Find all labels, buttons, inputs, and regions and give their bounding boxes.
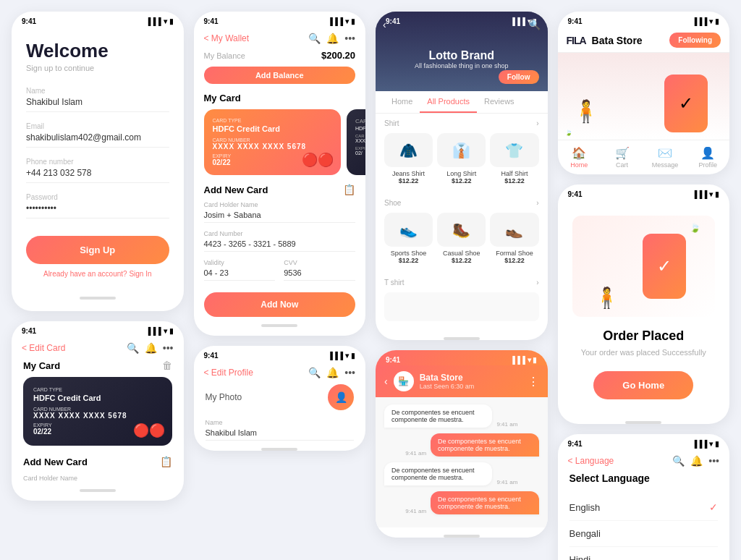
shirt-more-icon[interactable]: › [536,119,538,127]
tshirt-more-icon[interactable]: › [536,279,538,287]
nav-home[interactable]: 🏠 Home [558,146,601,169]
language-english[interactable]: English ✓ [569,494,719,521]
chat-last-seen: Last Seen 6:30 am [420,383,522,390]
wallet-bell-icon[interactable]: 🔔 [326,33,339,44]
shoe-more-icon[interactable]: › [536,199,538,207]
language-bengali[interactable]: Bengali [569,521,719,547]
password-value[interactable]: •••••••••• [26,203,169,219]
cvv-value[interactable]: 9536 [284,268,355,281]
product-half-shirt[interactable]: 👕 Half Shirt $12.22 [490,133,538,184]
card-number: XXXX XXXX XXXX 5678 [213,143,333,150]
fila-logo: FILA [567,35,586,46]
edit-profile-menu-icon[interactable]: ••• [344,367,355,378]
shirt-products-row: 🧥 Jeans Shirt $12.22 👔 Long Shirt $12.22… [384,133,539,184]
wallet-menu-icon[interactable]: ••• [344,33,355,44]
screen-bata-store: 9:41 ▐▐▐ ▾ ▮ FILA Bata Store Following ✓… [558,12,730,174]
store-search-icon[interactable]: 🔍 [528,19,541,30]
language-hindi[interactable]: Hindi [569,547,719,560]
secondary-card: CAR HDF CAR XXX EXPI 02/ [347,109,365,175]
add-card-icon-3[interactable]: 📋 [160,456,172,467]
following-button[interactable]: Following [669,33,721,48]
phone-value[interactable]: +44 213 032 578 [26,168,169,183]
store-back-icon[interactable]: ‹ [383,19,386,30]
go-home-button[interactable]: Go Home [593,371,693,399]
tab-home[interactable]: Home [384,91,420,113]
signal-icon-2: ▐▐▐ [328,17,343,25]
delete-card-icon[interactable]: 🗑 [162,360,172,371]
menu-icon-3[interactable]: ••• [163,342,174,354]
time-1: 9:41 [22,17,36,25]
holder-name-value[interactable]: Josim + Sabana [204,211,356,223]
name-edit-label: Name [206,419,355,426]
email-value[interactable]: shakibulislam402@gmail.com [26,132,169,148]
msg-bubble-1: De componentes se encuent componente de … [384,404,492,428]
validity-value[interactable]: 04 - 23 [204,268,276,281]
product-casual-shoe[interactable]: 🥾 Casual Shoe $12.22 [437,213,486,264]
time-5: 9:41 [568,17,583,25]
time-3: 9:41 [22,327,36,335]
profile-avatar[interactable]: 👤 [328,384,354,410]
cvv-label: CVV [284,259,355,266]
card-number-field: Card Number 4423 - 3265 - 3321 - 5889 [204,230,356,252]
tab-reviews[interactable]: Reviews [477,91,522,113]
language-body: Select Language English ✓ Bengali Hindi [558,472,730,560]
language-bell-icon[interactable]: 🔔 [690,455,703,467]
follow-button[interactable]: Follow [499,70,539,84]
products-scroll[interactable]: Shirt › 🧥 Jeans Shirt $12.22 👔 Long Shir… [376,114,548,330]
validity-label: Validity [204,259,276,266]
product-sports-shoe[interactable]: 👟 Sports Shoe $12.22 [384,213,433,264]
name-edit-value[interactable]: Shakibul Islam [206,428,355,441]
name-value[interactable]: Shakibul Islam [26,97,169,112]
shoe-products-row: 👟 Sports Shoe $12.22 🥾 Casual Shoe $12.2… [384,213,539,264]
chat-menu-icon[interactable]: ⋮ [528,375,539,389]
name-edit-field: Name Shakibul Islam [206,419,355,441]
msg-time-3: 9:41 am [496,479,517,485]
status-icons-3: ▐▐▐ ▾ ▮ [145,327,173,335]
product-long-shirt[interactable]: 👔 Long Shirt $12.22 [437,133,486,184]
tab-all-products[interactable]: All Products [420,91,477,113]
holder-field-3: Card Holder Name [23,475,172,482]
edit-profile-back[interactable]: < Edit Profile [204,368,253,378]
nav-profile[interactable]: 👤 Profile [687,146,729,169]
signin-link[interactable]: Sign In [129,270,151,278]
language-search-icon[interactable]: 🔍 [672,455,685,467]
product-formal-shoe[interactable]: 👞 Formal Shoe $12.22 [490,213,538,264]
nav-cart[interactable]: 🛒 Cart [601,146,643,169]
language-back-btn[interactable]: < Language [568,456,614,466]
wallet-search-icon[interactable]: 🔍 [308,33,321,44]
message-1: De componentes se encuent componente de … [384,404,539,428]
add-now-button[interactable]: Add Now [204,292,356,317]
language-menu-icon[interactable]: ••• [708,455,719,467]
edit-profile-search-icon[interactable]: 🔍 [308,367,321,378]
product-jeans-shirt[interactable]: 🧥 Jeans Shirt $12.22 [384,133,433,184]
home-indicator-6 [625,421,661,424]
name-field: Name Shakibul Islam [26,87,169,112]
card-number-input-value[interactable]: 4423 - 3265 - 3321 - 5889 [204,239,356,252]
email-label: Email [26,122,169,130]
time-9: 9:41 [568,440,583,448]
cards-container: CARD TYPE HDFC Credit Card CARD NUMBER X… [194,109,366,175]
order-person-illustration: 🧍 [594,286,619,310]
wallet-header: < My Wallet 🔍 🔔 ••• [194,28,366,50]
edit-profile-header: < Edit Profile 🔍 🔔 ••• [194,362,366,384]
nav-message[interactable]: ✉️ Message [643,146,686,169]
status-icons-6: ▐▐▐ ▾ ▮ [692,190,719,198]
time-8: 9:41 [204,352,219,360]
bata-store-name: Bata Store [592,35,664,46]
chat-back-btn[interactable]: ‹ [384,376,388,387]
wallet-back-btn[interactable]: < My Wallet [204,33,250,43]
wifi-icon-2: ▾ [345,17,349,25]
black-credit-card: CARD TYPE HDFC Credit Card CARD NUMBER X… [23,377,172,446]
edit-profile-bell-icon[interactable]: 🔔 [326,367,339,378]
add-card-clipboard-icon[interactable]: 📋 [343,184,355,195]
search-icon-3[interactable]: 🔍 [127,342,139,354]
order-phone-mockup: ✓ [643,234,686,299]
bell-icon-3[interactable]: 🔔 [145,342,157,354]
status-bar-6: 9:41 ▐▐▐ ▾ ▮ [558,184,730,201]
signup-button[interactable]: Sign Up [26,236,169,264]
signal-icon: ▐▐▐ [145,17,161,25]
back-btn-3[interactable]: < Edit Card [22,343,65,353]
add-balance-button[interactable]: Add Balance [204,67,356,84]
leaf-decoration: 🍃 [565,130,572,136]
casual-shoe-img: 🥾 [437,213,486,247]
